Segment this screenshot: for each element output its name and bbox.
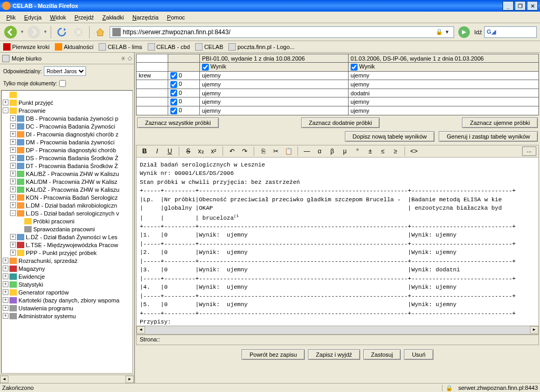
tree-expander[interactable]: + [10, 115, 16, 121]
tree-node[interactable]: +Ustawienia programu [2, 304, 132, 312]
editor-area[interactable]: Dział badań serologicznych w Lesznie Wyn… [136, 158, 539, 326]
bold-button[interactable]: B [139, 146, 150, 156]
home-button[interactable] [93, 25, 108, 40]
url-bar[interactable]: https://serwer.zhwpoznan.finn.pl:8443/ 🔒… [110, 26, 454, 38]
ge-button[interactable]: ≥ [390, 146, 401, 156]
maximize-button[interactable]: ❐ [515, 1, 526, 11]
tree-expander[interactable]: + [3, 266, 8, 271]
cut-button[interactable]: ✂ [270, 146, 282, 156]
mu-button[interactable]: μ [339, 146, 351, 156]
tree-node[interactable]: +DP - Pracownia diagnostyki chorób [2, 146, 132, 154]
sidebar-menu-icon[interactable]: ◇ [128, 55, 132, 62]
url-dropdown[interactable]: ▾ [443, 28, 451, 35]
strike-button[interactable]: S [182, 146, 194, 156]
tree-node[interactable]: +Statystyki [2, 280, 132, 288]
wynik-check-1[interactable] [202, 64, 209, 71]
wynik-check-2[interactable] [351, 64, 358, 71]
subscript-button[interactable]: x₂ [195, 146, 207, 156]
tree-node[interactable]: +L.TSE - Międzywojewódzka Pracow [2, 241, 132, 249]
tree-node[interactable]: +KON - Pracownia Badań Serologicz [2, 193, 132, 201]
dash-button[interactable]: — [301, 146, 313, 156]
tree-expander[interactable]: + [3, 305, 8, 311]
bookmark-item[interactable]: Aktualności [55, 43, 93, 51]
tree-node[interactable]: +Ewidencje [2, 272, 132, 280]
scroll-left[interactable]: ◄ [0, 376, 8, 383]
menu-plik[interactable]: Plik [2, 13, 20, 22]
tree-expander[interactable]: + [10, 139, 16, 145]
paste-button[interactable]: 📋 [283, 146, 294, 156]
tree-node[interactable]: +L.DM - Dział badań mikrobiologiczn [2, 201, 132, 209]
tree-expander[interactable]: + [10, 171, 16, 177]
tree-expander[interactable]: + [10, 202, 16, 208]
tree-node[interactable] [2, 91, 132, 99]
alpha-button[interactable]: α [314, 146, 325, 156]
row-check[interactable] [170, 72, 177, 79]
tree-expander[interactable]: + [10, 242, 16, 248]
save-exit-button[interactable]: Zapisz i wyjdź [308, 349, 360, 360]
search-engine-icon[interactable]: G◢ [487, 28, 496, 35]
tree-node[interactable]: +KAL/DM - Pracownia ZHW w Kalisz [2, 178, 132, 185]
underline-button[interactable]: U [164, 146, 176, 156]
back-button[interactable] [3, 25, 18, 40]
forward-button[interactable] [26, 25, 41, 40]
menu-przejdź[interactable]: Przejdź [70, 13, 98, 22]
tree-expander[interactable]: + [10, 147, 16, 153]
sidebar-pin-icon[interactable]: ⚹ [121, 55, 126, 62]
search-box[interactable]: G◢ [484, 26, 537, 38]
menu-zakładki[interactable]: Zakładki [98, 13, 128, 22]
select-all-button[interactable]: Zaznacz wszystkie próbki [137, 117, 219, 128]
tree-node[interactable]: +KAL/DŻ - Pracownia ZHW w Kaliszu [2, 185, 132, 193]
close-button[interactable]: ✕ [527, 1, 538, 11]
tree-node[interactable]: +Generator raportów [2, 288, 132, 296]
copy-button[interactable]: ⎘ [257, 146, 269, 156]
generate-table-button[interactable]: Generuj i zastąp tabelę wyników [439, 131, 538, 142]
tree-node[interactable]: +PPP - Punkt przyjęć próbek [2, 249, 132, 257]
tree-expander[interactable]: + [3, 313, 8, 319]
row-check[interactable] [170, 90, 177, 96]
tree-expander[interactable]: + [3, 289, 8, 295]
stop-button[interactable] [71, 25, 86, 40]
tree-node[interactable]: +DC - Pracownia Badania Żywności [2, 122, 132, 130]
tree-expander[interactable]: + [10, 163, 16, 169]
tree-node[interactable]: +DI - Pracownia diagnostyki chorób z [2, 130, 132, 138]
ed-scroll-left[interactable]: ◄ [137, 326, 145, 334]
more-button[interactable]: ... [522, 146, 536, 156]
tree-expander[interactable]: + [10, 250, 16, 256]
menu-pomoc[interactable]: Pomoc [163, 13, 189, 22]
tree-node[interactable]: -Pracownie [2, 106, 132, 114]
tree-node[interactable]: +KAL/BŻ - Pracownia ZHW w Kaliszu [2, 170, 132, 178]
tree-node[interactable]: Sprawozdania pracowni [2, 225, 132, 233]
bookmark-item[interactable]: poczta.finn.pl - Logo... [228, 43, 294, 51]
tree-view[interactable]: +Punkt przyjęć-Pracownie+DB - Pracownia … [1, 90, 133, 374]
tree-node[interactable]: +DM - Pracownia badania żywności [2, 138, 132, 146]
pm-button[interactable]: ± [364, 146, 376, 156]
tree-expander[interactable]: + [3, 281, 8, 287]
minimize-button[interactable]: _ [503, 1, 514, 11]
menu-edycja[interactable]: Edycja [20, 13, 46, 22]
tree-expander[interactable]: + [10, 123, 16, 129]
tree-node[interactable]: +Magazyny [2, 264, 132, 272]
tree-expander[interactable]: + [10, 187, 16, 192]
bookmark-item[interactable]: CELAB [195, 43, 223, 51]
undo-button[interactable]: ↶ [226, 146, 238, 156]
go-button[interactable]: ▶ [458, 26, 470, 38]
return-button[interactable]: Powrót bez zapisu [242, 349, 305, 360]
row-check[interactable] [170, 81, 177, 88]
tree-expander[interactable]: + [10, 234, 16, 240]
tree-expander[interactable]: + [10, 155, 16, 161]
bookmark-item[interactable]: Pierwsze kroki [3, 43, 50, 51]
reload-button[interactable] [54, 25, 69, 40]
italic-button[interactable]: I [151, 146, 163, 156]
superscript-button[interactable]: x² [208, 146, 219, 156]
tree-expander[interactable]: + [3, 258, 8, 263]
tree-expander[interactable]: + [3, 273, 8, 279]
scroll-right[interactable]: ► [126, 376, 134, 383]
tree-node[interactable]: +L.DŻ - Dział Badań Żywności w Les [2, 233, 132, 241]
row-check[interactable] [170, 107, 177, 114]
tree-expander[interactable]: - [10, 210, 16, 216]
select-positive-button[interactable]: Zaznacz dodatnie próbki [301, 117, 380, 128]
degree-button[interactable]: ° [352, 146, 363, 156]
tree-expander[interactable]: - [3, 107, 8, 113]
tree-node[interactable]: +Administrator systemu [2, 312, 132, 320]
tree-node[interactable]: +DS - Pracownia Badania Środków Ż [2, 154, 132, 162]
